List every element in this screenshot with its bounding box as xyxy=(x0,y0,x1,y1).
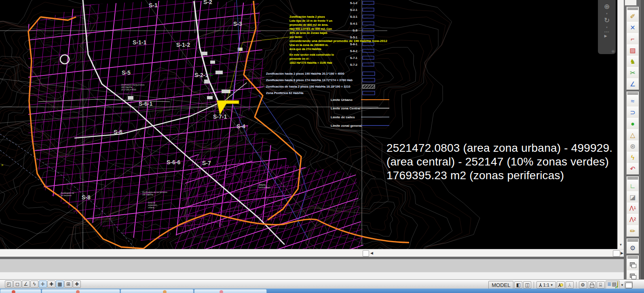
pipe-tool-icon: ⊃ xyxy=(630,109,635,116)
taskbar-button[interactable] xyxy=(120,289,194,293)
hscroll-thumb[interactable] xyxy=(363,250,369,257)
statusbar-separator xyxy=(576,282,576,288)
toolbar-lock-button[interactable] xyxy=(588,281,596,289)
annotation-scale-button[interactable]: Y 1:1 ▼ xyxy=(536,281,555,289)
view1-tool-icon-button[interactable]: Λ¹ xyxy=(627,203,638,214)
flash-chart-tool-icon: ϟ xyxy=(631,154,634,161)
command-history[interactable] xyxy=(0,259,641,272)
quickview-layouts-button[interactable]: ◧ xyxy=(514,281,522,289)
region-edit-tool-icon-button[interactable]: ✂ xyxy=(627,67,638,78)
plot-tray-button[interactable]: ▤✓ xyxy=(612,281,617,289)
zone-swatch xyxy=(363,1,374,4)
toolbar-grip[interactable] xyxy=(627,239,638,242)
zone-label: S-1-2 xyxy=(176,42,190,48)
toolbar-grip[interactable] xyxy=(627,92,638,95)
taskbar-button[interactable] xyxy=(194,289,267,293)
dynamic-ucs-toggle[interactable]: ⊞ xyxy=(64,280,72,288)
horizontal-scrollbar[interactable]: ◀ ▶ xyxy=(0,249,624,257)
zone-swatch xyxy=(363,72,375,75)
spline-tool-icon-button[interactable]: ≈ xyxy=(627,95,638,107)
drawing-canvas[interactable]: > S-1S-2S-3S-1-1S-1-2S-5S-2-1S-6-1S-7-1S… xyxy=(0,0,617,249)
sketch-tool-icon-button[interactable]: ✏ xyxy=(627,225,638,236)
command-input[interactable] xyxy=(0,272,641,279)
zone-label: S-3 xyxy=(233,21,242,27)
navbar-divider: ▾ xyxy=(606,12,608,15)
ucs-tool-icon-button[interactable]: ∟ xyxy=(627,180,638,191)
toolbar-group: ∟◪Λ¹Λ²✏ xyxy=(626,176,639,237)
pipe-tool-icon-button[interactable]: ⊃ xyxy=(627,107,638,118)
options-gear-icon-button[interactable]: ⚙ xyxy=(627,242,638,253)
orbit-tool-icon[interactable]: ↻ xyxy=(598,15,616,26)
grid-display-toggle[interactable]: ◻ xyxy=(13,280,21,288)
scroll-down-icon[interactable]: ▼ xyxy=(619,243,623,247)
otrack-toggle[interactable]: ✚ xyxy=(47,280,55,288)
zone-label: S-1-1 xyxy=(133,39,146,46)
showmotion-tool-icon[interactable]: ▫▫▫▶ xyxy=(604,30,610,38)
scroll-right-icon[interactable]: ▶ xyxy=(621,251,623,255)
ortho-toggle[interactable]: ∠ xyxy=(22,280,30,288)
valve-tool-icon-button[interactable]: ♞ xyxy=(627,56,638,67)
window-cascade-icon xyxy=(630,262,636,268)
ortho-toggle-icon: ∠ xyxy=(24,281,28,287)
taskbar-button[interactable] xyxy=(42,289,120,293)
window-cascade-icon-button[interactable] xyxy=(627,259,638,270)
zone-list-item: S-2-1 xyxy=(350,8,357,12)
dynamic-input-toggle[interactable]: ✚ xyxy=(73,280,81,288)
annotation-scale-value: 1:1 xyxy=(543,283,549,287)
statusbar-menu-button[interactable]: ⌸ xyxy=(597,281,605,289)
globe-tool-icon-button[interactable]: ⊛ xyxy=(627,140,638,152)
chart-tool-icon-button[interactable]: △ xyxy=(627,129,638,140)
snap-toggle[interactable]: ◰ xyxy=(5,280,13,288)
statusbar-separator xyxy=(534,282,534,288)
hatch-tool-icon-button[interactable]: ▨ xyxy=(627,44,638,56)
windows-taskbar[interactable] xyxy=(0,289,644,293)
model-space-button[interactable]: MODEL xyxy=(488,281,513,289)
spline-tool-icon: ≈ xyxy=(631,98,635,105)
tray-menu-icon[interactable]: ▼ xyxy=(621,283,624,287)
node-tool-icon-button[interactable]: ● xyxy=(627,118,638,129)
toolbar-grip[interactable] xyxy=(627,256,638,259)
valve-tool-icon: ♞ xyxy=(630,58,636,65)
polar-toggle[interactable]: ϟ xyxy=(30,280,38,288)
view2-tool-icon-button[interactable]: Λ² xyxy=(627,214,638,225)
zone-label: S-2-1 xyxy=(194,72,208,78)
xref-tray-button[interactable]: ≣ xyxy=(607,281,611,289)
taskbar-app-icon xyxy=(163,290,167,293)
navigation-bar[interactable]: ⊕ ▾ ↻ ▾ ▫▫▫▶ ⊖ xyxy=(598,0,616,54)
autoscale-button[interactable]: Y xyxy=(566,281,574,289)
zone-list-item: S-5 xyxy=(353,29,357,32)
osnap-toggle[interactable]: ✛ xyxy=(39,280,47,288)
measure-tool-icon-button[interactable]: ✐ xyxy=(627,10,638,22)
toolbar-group: ⚙ xyxy=(626,238,639,254)
yellow-note-line: Una en la zona de 200/600 m. xyxy=(289,44,329,46)
boundary-tool-icon-button[interactable]: ⌐ xyxy=(627,33,638,44)
taskbar-button[interactable] xyxy=(0,289,41,293)
vertical-scrollbar[interactable]: ▼ xyxy=(617,0,624,249)
shade-tool-icon-button[interactable]: ◪ xyxy=(627,191,638,203)
toolbar-grip[interactable] xyxy=(627,177,638,180)
flash-chart-tool-icon-button[interactable]: ϟ xyxy=(627,152,638,163)
annotation-visibility-button[interactable]: Y xyxy=(557,281,565,289)
globe-tool-icon: ⊛ xyxy=(630,142,635,150)
gear-icon: ⚙ xyxy=(581,282,585,288)
zoom-tool-icon[interactable]: ⊕ xyxy=(598,2,616,12)
workspace-switch-button[interactable]: ⚙ xyxy=(579,281,587,289)
navbar-divider: ▾ xyxy=(606,26,608,29)
scroll-left-icon[interactable]: ◀ xyxy=(370,251,373,255)
zone-swatch xyxy=(363,29,374,32)
chevron-down-icon[interactable]: ▼ xyxy=(550,283,553,287)
zone-label: S-7-1 xyxy=(213,113,227,120)
region-edit-tool-icon: ✂ xyxy=(630,69,635,77)
grid-toggle[interactable]: ▦ xyxy=(56,280,64,288)
layout-icon: ◧ xyxy=(516,282,521,288)
zone-swatch xyxy=(363,78,375,82)
taskbar-app-icon xyxy=(220,290,223,293)
toolbar-grip[interactable] xyxy=(627,7,638,10)
navbar-collapse-icon[interactable]: ⊖ xyxy=(611,49,614,53)
clean-screen-button[interactable] xyxy=(625,281,633,289)
profile-tool-icon-button[interactable]: ∠ xyxy=(627,78,638,90)
hscroll-thumb-right[interactable] xyxy=(613,250,620,257)
undo-tool-icon-button[interactable]: ↶ xyxy=(627,163,638,174)
quickview-drawings-button[interactable]: ◫ xyxy=(523,281,531,289)
trim-tool-icon-button[interactable]: ✕ xyxy=(627,22,638,33)
